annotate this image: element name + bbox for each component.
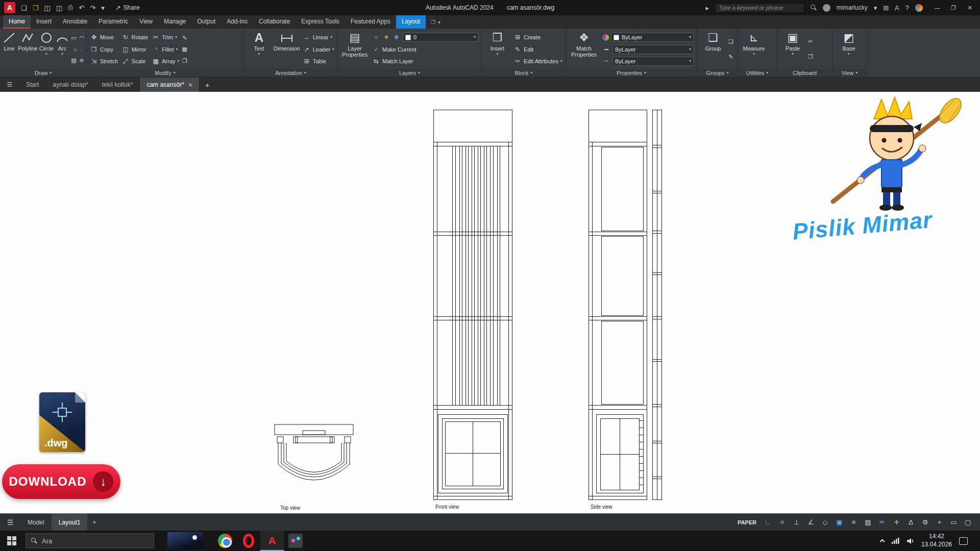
file-tab-cam-asansor[interactable]: cam asansör* ✕ [140,78,200,92]
osnap-icon[interactable]: ▣ [832,516,846,529]
minimize-button[interactable]: — [929,2,945,14]
arc-tool-icon[interactable]: ◠ [79,35,84,41]
table-button[interactable]: ⊞Table [303,57,334,66]
file-tab-tekli-koltuk[interactable]: tekli koltuk* [95,78,140,92]
action-center-icon[interactable] [959,537,968,545]
save-as-icon[interactable]: ◫ [56,4,62,12]
layers-panel-footer[interactable]: Layers ▾ [338,69,481,77]
layer-on-icon[interactable]: ○ [372,34,380,41]
circle-dropdown-icon[interactable]: ▾ [45,52,47,56]
explode-icon[interactable]: ▦ [182,46,187,53]
new-layout-button[interactable]: + [87,514,101,531]
linear-button[interactable]: ↔Linear▾ [303,33,334,42]
trim-button[interactable]: ✂Trim▾ [152,33,179,42]
insert-button[interactable]: ❒ Insert ▾ [484,30,511,69]
leader-button[interactable]: ↗Leader▾ [303,44,334,54]
ribbon-collapse-control[interactable]: ❐ ▾ [426,15,446,29]
grid-icon[interactable]: ⌗ [775,516,789,529]
ribbon-tab-manage[interactable]: Manage [158,15,191,29]
speaker-icon[interactable] [906,538,914,544]
layer-freeze-icon[interactable]: ❄ [393,34,401,41]
qat-dropdown-icon[interactable]: ▾ [101,4,105,12]
redo-icon[interactable]: ↷ [90,4,95,12]
modify-panel-footer[interactable]: Modify ▾ [87,69,243,77]
arc-dropdown-icon[interactable]: ▾ [61,52,63,56]
new-drawing-tab-button[interactable]: + [200,78,215,92]
search-expand-icon[interactable]: ▸ [705,4,709,12]
paste-button[interactable]: ▣ Paste ▾ [779,30,806,69]
ribbon-tab-express-tools[interactable]: Express Tools [296,15,345,29]
network-icon[interactable] [891,538,899,544]
layout1-tab[interactable]: Layout1 [52,514,88,531]
rectangle-icon[interactable]: ▭ [71,35,76,41]
polar-tracking-icon[interactable]: ∠ [804,516,818,529]
ribbon-tab-output[interactable]: Output [191,15,221,29]
mirror-button[interactable]: ◫Mirror [121,44,148,54]
ribbon-tab-featured-apps[interactable]: Featured Apps [345,15,396,29]
erase-icon[interactable]: ✎ [182,35,187,41]
workspace-gear-icon[interactable]: ⚙ [918,516,932,529]
make-current-button[interactable]: ✓ Make Current [372,44,478,54]
ribbon-tab-layout[interactable]: Layout [396,15,426,29]
lineweight-display-icon[interactable]: ≡ [847,516,861,529]
edit-attributes-button[interactable]: ✑Edit Attributes▾ [513,57,562,66]
new-file-icon[interactable]: ❑ [21,4,27,12]
tab-close-icon[interactable]: ✕ [188,82,192,88]
clean-screen-icon[interactable]: ▢ [961,516,975,529]
copy-clip-icon[interactable]: ❐ [808,54,813,60]
view-panel-footer[interactable]: View ▾ [833,69,866,77]
group-edit-icon[interactable]: ✎ [728,54,733,60]
ribbon-tab-addins[interactable]: Add-ins [221,15,253,29]
autodesk-account-icon[interactable]: A [895,4,899,12]
match-properties-button[interactable]: ❖ Match Properties [568,30,600,69]
arc-button[interactable]: Arc ▾ [55,30,69,69]
layer-properties-button[interactable]: ▤ Layer Properties [340,30,370,69]
start-button[interactable] [0,531,23,551]
file-tab-start[interactable]: Start [19,78,46,92]
restore-button[interactable]: ❐ [945,2,962,14]
open-file-icon[interactable]: ❒ [33,4,39,12]
match-layer-button[interactable]: ⇆ Match Layer [372,57,478,66]
ribbon-tab-view[interactable]: View [134,15,158,29]
cut-icon[interactable]: ✂ [808,38,813,45]
save-icon[interactable]: ◫ [44,4,50,12]
array-button[interactable]: ▦Array▾ [152,57,179,66]
search-icon[interactable] [811,5,817,11]
text-button[interactable]: A Text ▾ [246,30,272,69]
signed-in-user[interactable]: mimarlucky [837,4,868,11]
opera-taskbar-icon[interactable] [237,531,260,551]
file-tab-aynali-dolap[interactable]: aynalı dolap* [46,78,95,92]
layer-select-combo[interactable]: 0 ▾ [403,33,478,42]
object-color-combo[interactable]: ByLayer ▾ [611,33,694,42]
hatch-icon[interactable]: ▨ [71,57,76,64]
draw-panel-footer[interactable]: Draw ▾ [0,69,86,77]
units-icon[interactable]: ▭ [947,516,961,529]
groups-panel-footer[interactable]: Groups ▾ [697,69,738,77]
clock[interactable]: 14:42 13.04.2026 [921,533,952,548]
tray-overflow-icon[interactable] [879,539,885,544]
taskbar-search-input[interactable]: Ara [26,533,154,548]
app-store-cart-icon[interactable]: ⊞ [883,4,889,12]
revcloud-icon[interactable]: ≋ [80,57,84,64]
autocad-app-icon[interactable]: A [4,2,15,13]
assistant-icon[interactable] [915,4,923,12]
help-icon[interactable]: ? [905,4,909,12]
plot-icon[interactable]: ⎙ [68,4,73,12]
ellipse-icon[interactable]: ○ [74,46,77,53]
create-block-button[interactable]: ⊞Create [513,33,562,42]
annotation-visibility-icon[interactable]: + [933,516,946,529]
move-button[interactable]: ✥Move [90,33,118,42]
dynamic-input-icon[interactable]: ✏ [875,516,889,529]
transparency-icon[interactable]: ▨ [861,516,875,529]
undo-icon[interactable]: ↶ [79,4,84,12]
download-button[interactable]: DOWNLOAD ↓ [2,464,120,499]
user-dropdown-icon[interactable]: ▾ [874,4,877,12]
layout-tabs-menu-icon[interactable]: ☰ [0,514,20,531]
annotation-scale-icon[interactable]: Δ [904,516,918,529]
point-icon[interactable]: ∙ [80,46,82,53]
utilities-panel-footer[interactable]: Utilities ▾ [738,69,776,77]
chrome-taskbar-icon[interactable] [213,531,237,551]
file-tabs-menu-icon[interactable]: ☰ [0,78,19,92]
measure-button[interactable]: ⊾ Measure ▾ [740,30,768,69]
close-button[interactable]: ✕ [962,2,978,14]
